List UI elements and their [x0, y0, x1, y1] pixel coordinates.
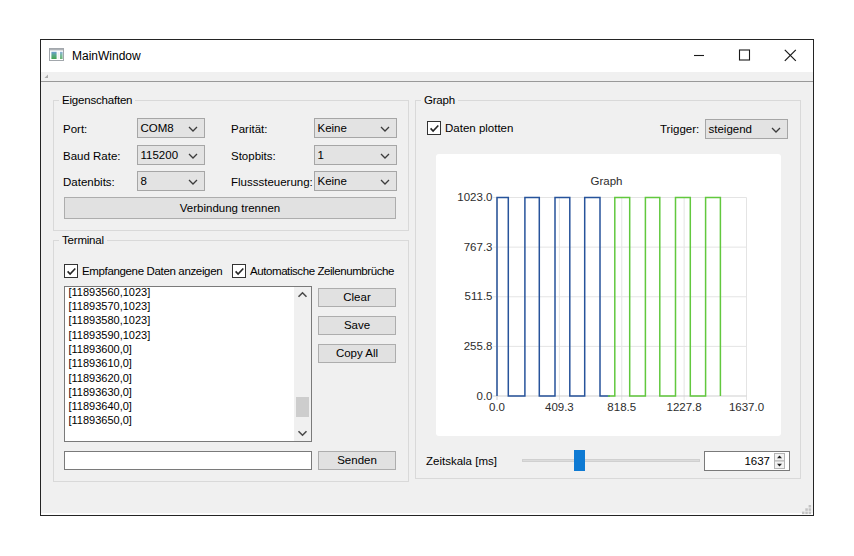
svg-text:255.8: 255.8 — [464, 340, 493, 352]
svg-text:1637.0: 1637.0 — [729, 401, 764, 413]
svg-text:409.3: 409.3 — [545, 401, 574, 413]
svg-text:0.0: 0.0 — [489, 401, 505, 413]
svg-text:818.5: 818.5 — [607, 401, 636, 413]
svg-text:0.0: 0.0 — [477, 390, 493, 402]
svg-text:1023.0: 1023.0 — [457, 191, 492, 203]
svg-text:511.5: 511.5 — [465, 290, 493, 302]
svg-text:1227.8: 1227.8 — [667, 401, 702, 413]
svg-text:Graph: Graph — [591, 175, 623, 187]
svg-text:767.3: 767.3 — [464, 241, 493, 253]
